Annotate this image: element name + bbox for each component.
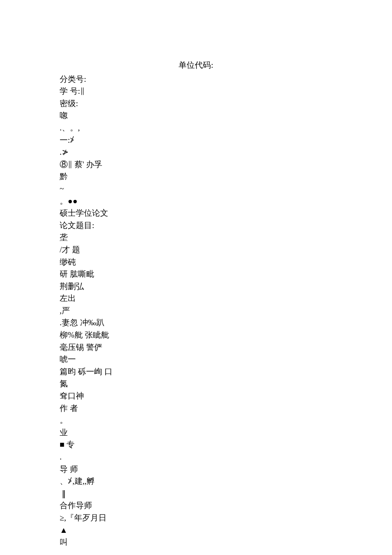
text-line: , [60,549,332,555]
text-line: 唿 [60,110,332,121]
text-line: 论文题目: [60,220,332,231]
text-line: 荆删弘 [60,281,332,292]
text-line: 业 [60,427,332,439]
text-line: 作 者 [60,403,332,414]
document-body: 分类号:学 号:∥密级:唿.、。,一:≯.≯⑧‖ 蔡' 办孚黔~。●●硕士学位论… [60,74,332,555]
text-line: ≥,『年歹月日 [60,512,332,524]
text-line: 缈砘 [60,257,332,268]
unit-code-label: 单位代码: [60,60,332,71]
text-line: .、。, [60,122,332,134]
text-line: 黔 [60,171,332,182]
text-line: 一:≯ [60,135,332,146]
text-line: 导 师 [60,464,332,475]
text-line: 唬一 [60,354,332,365]
text-line: ⑧‖ 蔡' 办孚 [60,159,332,171]
text-line: ■ 专 [60,439,332,451]
text-line: .≯ [60,147,332,158]
text-line: 左出 [60,293,332,304]
text-line: 、≯,建,,孵 [60,476,332,487]
text-line: 叫 [60,537,332,548]
text-line: 篇昀 砾一峋 口 [60,366,332,378]
text-line: ‖ [60,488,332,500]
text-line: ~ [60,183,332,195]
text-line: ,严 [60,305,332,317]
text-line: 密级: [60,98,332,110]
text-line: 分类号: [60,74,332,85]
text-line: 硕士学位论文 [60,208,332,219]
text-line: 毫压锡 警俨 [60,342,332,353]
text-line: ▲ [60,525,332,536]
text-line: 。●● [60,196,332,207]
text-line: 。 [60,415,332,426]
text-line: 耷口神 [60,390,332,402]
text-line: . [60,451,332,463]
text-line: 垄 [60,232,332,243]
text-line: /才 题 [60,244,332,256]
text-line: .妻忽 冲‰趴 [60,317,332,329]
text-line: 柳%舭 张眦舭 [60,330,332,341]
text-line: 合作导师 [60,500,332,512]
text-line: 研 肱嘶毗 [60,269,332,280]
text-line: 学 号:∥ [60,86,332,97]
text-line: 氮 [60,378,332,390]
